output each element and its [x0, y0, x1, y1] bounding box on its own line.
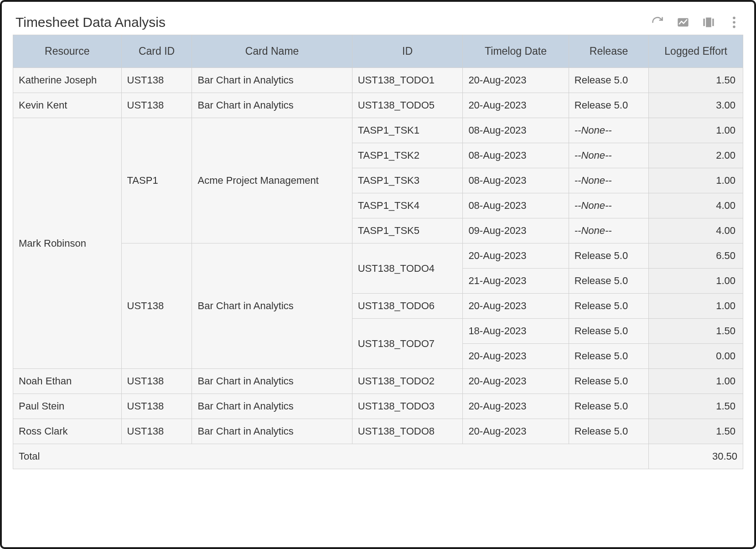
cell-resource: Noah Ethan — [13, 369, 122, 394]
table-row: Paul SteinUST138Bar Chart in AnalyticsUS… — [13, 394, 743, 419]
cell-id: TASP1_TSK1 — [352, 118, 463, 143]
cell-date: 20-Aug-2023 — [463, 93, 569, 118]
col-effort[interactable]: Logged Effort — [649, 35, 743, 68]
cell-effort: 1.50 — [649, 68, 743, 93]
cell-effort: 1.00 — [649, 168, 743, 193]
svg-point-4 — [733, 16, 735, 19]
table-row: Ross ClarkUST138Bar Chart in AnalyticsUS… — [13, 419, 743, 444]
page-title: Timesheet Data Analysis — [16, 15, 166, 30]
cell-card-id: UST138 — [121, 394, 192, 419]
refresh-icon[interactable] — [651, 16, 664, 29]
cell-date: 08-Aug-2023 — [463, 168, 569, 193]
cell-date: 20-Aug-2023 — [463, 394, 569, 419]
toolbar — [651, 16, 740, 29]
cell-date: 08-Aug-2023 — [463, 143, 569, 168]
cell-release: --None-- — [569, 193, 649, 218]
cell-release: Release 5.0 — [569, 93, 649, 118]
cell-resource: Ross Clark — [13, 419, 122, 444]
cell-release: Release 5.0 — [569, 269, 649, 294]
cell-release: Release 5.0 — [569, 419, 649, 444]
cell-effort: 1.50 — [649, 319, 743, 344]
svg-rect-3 — [712, 19, 714, 26]
col-date[interactable]: Timelog Date — [463, 35, 569, 68]
cell-card-name: Bar Chart in Analytics — [192, 243, 352, 369]
cell-id: UST138_TODO1 — [352, 68, 463, 93]
total-label: Total — [13, 444, 649, 469]
col-id[interactable]: ID — [352, 35, 463, 68]
cell-card-name: Bar Chart in Analytics — [192, 369, 352, 394]
cell-release: Release 5.0 — [569, 294, 649, 319]
cell-resource: Paul Stein — [13, 394, 122, 419]
cell-date: 08-Aug-2023 — [463, 193, 569, 218]
cell-effort: 6.50 — [649, 243, 743, 269]
table-row: Kevin KentUST138Bar Chart in AnalyticsUS… — [13, 93, 743, 118]
cell-card-name: Acme Project Management — [192, 118, 352, 243]
cell-date: 20-Aug-2023 — [463, 419, 569, 444]
cell-date: 20-Aug-2023 — [463, 369, 569, 394]
svg-rect-1 — [703, 19, 705, 26]
cell-release: --None-- — [569, 143, 649, 168]
cell-id: UST138_TODO7 — [352, 319, 463, 369]
cell-date: 20-Aug-2023 — [463, 68, 569, 93]
cell-date: 20-Aug-2023 — [463, 294, 569, 319]
cell-release: Release 5.0 — [569, 68, 649, 93]
cell-id: UST138_TODO6 — [352, 294, 463, 319]
cell-effort: 4.00 — [649, 193, 743, 218]
cell-date: 21-Aug-2023 — [463, 269, 569, 294]
total-row: Total 30.50 — [13, 444, 743, 469]
chart-icon[interactable] — [677, 16, 689, 29]
cell-release: Release 5.0 — [569, 394, 649, 419]
cell-id: TASP1_TSK3 — [352, 168, 463, 193]
cell-effort: 0.00 — [649, 344, 743, 369]
table-row: Noah EthanUST138Bar Chart in AnalyticsUS… — [13, 369, 743, 394]
cell-date: 20-Aug-2023 — [463, 243, 569, 269]
cell-effort: 1.00 — [649, 269, 743, 294]
cell-effort: 4.00 — [649, 218, 743, 243]
table-header-row: Resource Card ID Card Name ID Timelog Da… — [13, 35, 743, 68]
cell-effort: 1.00 — [649, 294, 743, 319]
cell-card-id: UST138 — [121, 419, 192, 444]
timesheet-table: Resource Card ID Card Name ID Timelog Da… — [13, 35, 743, 469]
cell-card-name: Bar Chart in Analytics — [192, 419, 352, 444]
cell-card-id: UST138 — [121, 68, 192, 93]
table-row: Katherine JosephUST138Bar Chart in Analy… — [13, 68, 743, 93]
cell-effort: 1.50 — [649, 419, 743, 444]
cell-id: TASP1_TSK4 — [352, 193, 463, 218]
cell-effort: 1.50 — [649, 394, 743, 419]
cell-release: --None-- — [569, 168, 649, 193]
svg-point-6 — [733, 26, 735, 28]
cell-card-id: UST138 — [121, 369, 192, 394]
cell-date: 09-Aug-2023 — [463, 218, 569, 243]
cell-card-name: Bar Chart in Analytics — [192, 394, 352, 419]
cell-id: UST138_TODO5 — [352, 93, 463, 118]
cell-id: TASP1_TSK5 — [352, 218, 463, 243]
cell-release: Release 5.0 — [569, 319, 649, 344]
cell-id: UST138_TODO2 — [352, 369, 463, 394]
more-icon[interactable] — [728, 16, 740, 29]
cell-card-name: Bar Chart in Analytics — [192, 68, 352, 93]
table-row: UST138Bar Chart in AnalyticsUST138_TODO4… — [13, 243, 743, 269]
cell-resource: Kevin Kent — [13, 93, 122, 118]
cell-release: Release 5.0 — [569, 344, 649, 369]
cell-resource: Katherine Joseph — [13, 68, 122, 93]
col-release[interactable]: Release — [569, 35, 649, 68]
cell-id: UST138_TODO4 — [352, 243, 463, 294]
cell-card-id: UST138 — [121, 243, 192, 369]
cell-effort: 1.00 — [649, 369, 743, 394]
cell-release: --None-- — [569, 118, 649, 143]
col-card-id[interactable]: Card ID — [121, 35, 192, 68]
column-layout-icon[interactable] — [702, 16, 715, 29]
cell-id: UST138_TODO8 — [352, 419, 463, 444]
col-card-name[interactable]: Card Name — [192, 35, 352, 68]
cell-date: 20-Aug-2023 — [463, 344, 569, 369]
cell-card-id: TASP1 — [121, 118, 192, 243]
cell-card-id: UST138 — [121, 93, 192, 118]
cell-effort: 1.00 — [649, 118, 743, 143]
svg-point-5 — [733, 21, 735, 24]
cell-release: --None-- — [569, 218, 649, 243]
svg-rect-2 — [706, 18, 711, 27]
col-resource[interactable]: Resource — [13, 35, 122, 68]
cell-release: Release 5.0 — [569, 369, 649, 394]
cell-date: 08-Aug-2023 — [463, 118, 569, 143]
cell-release: Release 5.0 — [569, 243, 649, 269]
